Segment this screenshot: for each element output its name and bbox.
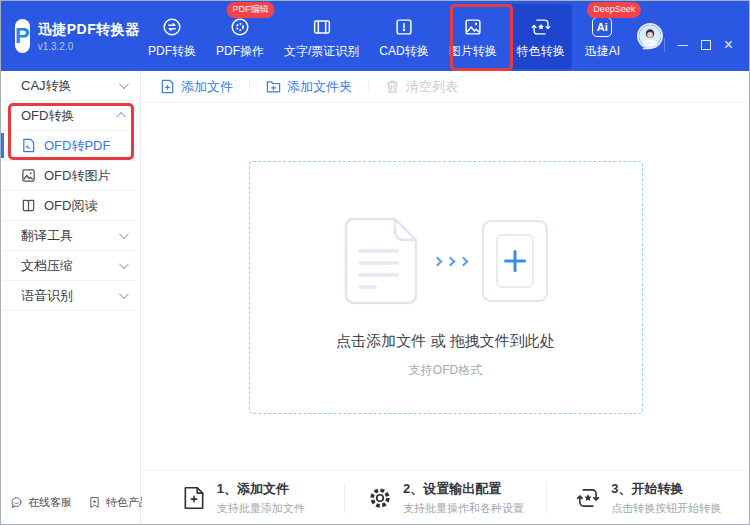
app-window: P 迅捷PDF转换器 v1.3.2.0 PDF转换 PDF编辑 PDF操作 xyxy=(0,0,750,525)
add-file-icon xyxy=(181,485,207,511)
app-version: v1.3.2.0 xyxy=(38,41,140,52)
feature-convert-icon xyxy=(530,16,552,38)
image-file-icon xyxy=(21,168,36,183)
sidebar-group-ofd[interactable]: OFD转换 xyxy=(1,101,140,131)
file-dropzone[interactable]: 点击添加文件 或 拖拽文件到此处 支持OFD格式 xyxy=(249,161,643,414)
app-header: P 迅捷PDF转换器 v1.3.2.0 PDF转换 PDF编辑 PDF操作 xyxy=(1,1,749,71)
pdf-edit-icon xyxy=(229,16,251,38)
pdf-edit-badge: PDF编辑 xyxy=(227,2,275,18)
dropzone-sub-text: 支持OFD格式 xyxy=(409,362,482,379)
add-folder-button[interactable]: 添加文件夹 xyxy=(266,78,352,96)
chevron-down-icon xyxy=(119,79,129,89)
main-area: 添加文件 添加文件夹 清空列表 xyxy=(142,71,749,524)
step-add-file: 1、添加文件 支持批量添加文件 xyxy=(142,480,344,516)
plus-icon xyxy=(504,250,526,272)
step-configure-output: 2、设置输出配置 支持批量操作和各种设置 xyxy=(345,480,547,516)
sidebar-group-caj[interactable]: CAJ转换 xyxy=(1,71,140,101)
toolbar-divider xyxy=(249,80,250,93)
logo-letter: P xyxy=(15,23,30,49)
online-support-link[interactable]: 在线客服 xyxy=(10,495,72,510)
add-folder-icon xyxy=(266,79,281,94)
add-file-target xyxy=(482,220,548,302)
arrows-icon xyxy=(434,258,467,265)
main-nav: PDF转换 PDF编辑 PDF操作 文字/票证识别 CAD转换 xyxy=(141,4,627,69)
sidebar-item-ofd-to-image[interactable]: OFD转图片 xyxy=(1,161,140,191)
tab-ocr-ticket[interactable]: 文字/票证识别 xyxy=(277,4,366,69)
chevron-down-icon xyxy=(119,289,129,299)
minimize-button[interactable]: ─ xyxy=(678,38,688,52)
book-icon xyxy=(21,198,36,213)
bookmark-star-icon xyxy=(88,496,101,509)
document-icon xyxy=(343,216,419,306)
chevron-down-icon xyxy=(119,259,129,269)
nav-label: CAD转换 xyxy=(379,43,428,60)
dropzone-illustration xyxy=(343,216,548,306)
dropzone-main-text: 点击添加文件 或 拖拽文件到此处 xyxy=(336,332,554,351)
featured-products-link[interactable]: 特色产品 xyxy=(88,495,150,510)
trash-icon xyxy=(385,79,400,94)
gear-icon xyxy=(367,485,393,511)
sidebar-group-translate[interactable]: 翻译工具 xyxy=(1,221,140,251)
pdf-file-icon xyxy=(21,138,36,153)
image-convert-icon xyxy=(462,16,484,38)
nav-label: PDF转换 xyxy=(148,43,196,60)
maximize-button[interactable] xyxy=(701,40,711,50)
add-file-icon xyxy=(160,79,175,94)
chevron-down-icon xyxy=(119,229,129,239)
tab-image-convert[interactable]: 图片转换 xyxy=(442,4,504,69)
app-logo: P xyxy=(15,19,30,53)
chat-support-icon xyxy=(10,496,23,509)
tab-ai[interactable]: DeepSeek Ai 迅捷AI xyxy=(578,4,627,69)
app-title: 迅捷PDF转换器 xyxy=(38,21,140,39)
window-controls: ≡ ─ × xyxy=(642,37,733,53)
tab-cad-convert[interactable]: CAD转换 xyxy=(372,4,435,69)
sidebar-footer: 在线客服 特色产品 xyxy=(1,480,140,524)
toolbar-divider xyxy=(368,80,369,93)
nav-label: 特色转换 xyxy=(517,43,565,60)
sidebar: CAJ转换 OFD转换 OFD转PDF OFD转图片 OFD阅读 翻译工具 xyxy=(1,71,141,524)
tab-pdf-edit[interactable]: PDF编辑 PDF操作 xyxy=(209,4,271,69)
content-area: 点击添加文件 或 拖拽文件到此处 支持OFD格式 xyxy=(142,103,749,470)
nav-label: 文字/票证识别 xyxy=(284,43,359,60)
tab-feature-convert[interactable]: 特色转换 xyxy=(510,4,572,69)
sidebar-group-compress[interactable]: 文档压缩 xyxy=(1,251,140,281)
clear-list-button[interactable]: 清空列表 xyxy=(385,78,458,96)
nav-label: 图片转换 xyxy=(449,43,497,60)
sidebar-item-ofd-to-pdf[interactable]: OFD转PDF xyxy=(1,131,140,161)
sidebar-item-ofd-read[interactable]: OFD阅读 xyxy=(1,191,140,221)
pdf-convert-icon xyxy=(161,16,183,38)
close-button[interactable]: × xyxy=(724,37,733,53)
app-logo-block: P 迅捷PDF转换器 v1.3.2.0 xyxy=(1,19,139,53)
ai-icon: Ai xyxy=(591,16,613,38)
tab-pdf-convert[interactable]: PDF转换 xyxy=(141,4,203,69)
convert-icon xyxy=(575,485,601,511)
ocr-ticket-icon xyxy=(311,16,333,38)
nav-label: 迅捷AI xyxy=(585,43,620,60)
file-toolbar: 添加文件 添加文件夹 清空列表 xyxy=(142,71,749,103)
steps-bar: 1、添加文件 支持批量添加文件 2、设置输出配置 支持批量操作和各种设置 xyxy=(142,470,749,524)
cad-convert-icon xyxy=(393,16,415,38)
controls-divider xyxy=(664,38,665,52)
add-file-button[interactable]: 添加文件 xyxy=(160,78,233,96)
menu-icon[interactable]: ≡ xyxy=(642,38,651,53)
step-start-convert: 3、开始转换 点击转换按钮开始转换 xyxy=(547,480,749,516)
sidebar-group-speech[interactable]: 语音识别 xyxy=(1,281,140,311)
deepseek-badge: DeepSeek xyxy=(587,2,641,18)
nav-label: PDF操作 xyxy=(216,43,264,60)
